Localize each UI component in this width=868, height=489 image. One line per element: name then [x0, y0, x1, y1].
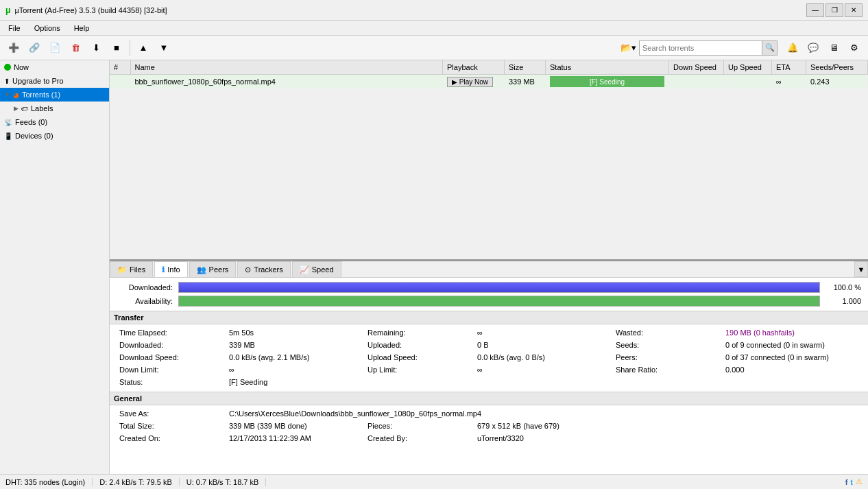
torrent-status: [F] Seeding [546, 75, 669, 89]
statusbar-dspeed: D: 2.4 kB/s T: 79.5 kB [93, 478, 180, 486]
col-header-seeds[interactable]: Seeds/Peers [806, 60, 868, 75]
add-magnet-button[interactable]: 🔗 [25, 39, 44, 57]
facebook-icon[interactable]: f [845, 478, 848, 486]
pieces-label: Pieces: [365, 420, 474, 431]
save-as-label: Save As: [117, 408, 226, 419]
save-as-value: C:\Users\XercesBlue\Downloads\bbb_sunflo… [226, 408, 861, 419]
bottom-panel: 📁 Files ℹ Info 👥 Peers ⊙ Trackers 📈 [110, 261, 868, 474]
col-header-size[interactable]: Size [505, 60, 546, 75]
tab-scroll-arrow[interactable]: ▼ [854, 261, 868, 277]
sidebar-item-feeds-label: Feeds (0) [15, 118, 47, 126]
warning-icon: ⚠ [856, 477, 863, 486]
tab-trackers[interactable]: ⊙ Trackers [237, 261, 290, 277]
sidebar-item-torrents-label: Torrents (1) [22, 91, 60, 99]
search-icon[interactable]: 🔍 [762, 40, 777, 56]
create-torrent-button[interactable]: 📄 [45, 39, 64, 57]
stop-button[interactable]: ■ [107, 39, 126, 57]
add-torrent-button[interactable]: ➕ [4, 39, 23, 57]
col-header-status[interactable]: Status [546, 60, 669, 75]
play-now-button[interactable]: ▶ Play Now [447, 77, 493, 87]
settings-button[interactable]: ⚙ [845, 39, 864, 57]
ul-limit-value: ∞ [474, 364, 613, 375]
sidebar-item-upgrade[interactable]: ⬆ Upgrade to Pro [0, 74, 109, 88]
tab-files[interactable]: 📁 Files [110, 261, 153, 277]
label-icon: 🏷 [21, 105, 28, 112]
speed-icon: 📈 [300, 265, 309, 274]
col-header-name[interactable]: Name [130, 60, 443, 75]
content-area: # Name Playback Size Status Down Speed U… [110, 60, 868, 474]
table-row[interactable]: bbb_sunflower_1080p_60fps_normal.mp4 ▶ P… [110, 75, 868, 89]
titlebar-left: µ µTorrent (Ad-Free) 3.5.3 (build 44358)… [5, 5, 167, 15]
dl-limit-label: Down Limit: [117, 364, 226, 375]
col-header-upspeed[interactable]: Up Speed [724, 60, 772, 75]
minimize-button[interactable]: — [806, 3, 824, 17]
titlebar: µ µTorrent (Ad-Free) 3.5.3 (build 44358)… [0, 0, 868, 21]
sidebar-item-now[interactable]: Now [0, 60, 109, 74]
trackers-icon: ⊙ [245, 265, 251, 274]
tab-speed[interactable]: 📈 Speed [292, 261, 341, 277]
tab-info[interactable]: ℹ Info [154, 261, 187, 277]
statusbar-icons: f t ⚠ [845, 477, 863, 486]
created-by-label: Created By: [365, 433, 474, 444]
wasted-label: Wasted: [613, 327, 723, 338]
tab-info-label: Info [167, 265, 180, 274]
menu-help[interactable]: Help [69, 23, 95, 34]
downloaded2-value: 339 MB [226, 339, 365, 350]
statusbar: DHT: 335 nodes (Login) D: 2.4 kB/s T: 79… [0, 474, 868, 489]
sidebar-item-torrents[interactable]: ▼ ◕ Torrents (1) [0, 88, 109, 102]
remote-button[interactable]: 🖥 [824, 39, 843, 57]
created-by-value: uTorrent/3320 [474, 433, 613, 444]
menu-options[interactable]: Options [29, 23, 66, 34]
chat-button[interactable]: 💬 [804, 39, 823, 57]
table-header-row: # Name Playback Size Status Down Speed U… [110, 60, 868, 75]
move-up-button[interactable]: ▲ [134, 39, 153, 57]
share-ratio-label: Share Ratio: [613, 364, 723, 375]
download-button[interactable]: ⬇ [86, 39, 106, 57]
remove-torrent-button[interactable]: 🗑 [66, 39, 85, 57]
col-header-num[interactable]: # [110, 60, 130, 75]
peers-icon: 👥 [197, 265, 206, 274]
share-ratio-value: 0.000 [723, 364, 861, 375]
tab-peers[interactable]: 👥 Peers [189, 261, 237, 277]
pieces-value: 679 x 512 kB (have 679) [474, 420, 613, 431]
downloaded-progress-bar [178, 282, 820, 293]
torrent-playback[interactable]: ▶ Play Now [443, 75, 505, 89]
devices-icon: 📱 [4, 132, 12, 140]
notifications-button[interactable]: 🔔 [783, 39, 802, 57]
move-down-button[interactable]: ▼ [154, 39, 173, 57]
col-header-playback[interactable]: Playback [443, 60, 505, 75]
torrent-icon: ◕ [13, 91, 19, 99]
folder-dropdown-button[interactable]: 📂▾ [617, 39, 639, 57]
sidebar-item-devices-label: Devices (0) [15, 132, 53, 140]
titlebar-title: µTorrent (Ad-Free) 3.5.3 (build 44358) [… [15, 6, 167, 14]
app-icon: µ [5, 5, 11, 15]
availability-progress-row: Availability: 1.000 [117, 296, 861, 307]
status-value: [F] Seeding [226, 377, 365, 387]
torrent-downspeed [669, 75, 724, 89]
sidebar-item-labels-label: Labels [31, 104, 53, 112]
dl-limit-value: ∞ [226, 364, 365, 375]
menu-file[interactable]: File [3, 23, 26, 34]
peers-label: Peers: [613, 352, 723, 363]
status-label: Status: [117, 377, 226, 387]
feeds-icon: 📡 [4, 119, 12, 126]
maximize-button[interactable]: ❐ [825, 3, 843, 17]
titlebar-controls: — ❐ ✕ [806, 3, 863, 17]
peers-value: 0 of 37 connected (0 in swarm) [723, 352, 861, 363]
col-header-eta[interactable]: ETA [772, 60, 806, 75]
sidebar-item-feeds[interactable]: 📡 Feeds (0) [0, 115, 109, 129]
close-button[interactable]: ✕ [845, 3, 863, 17]
torrent-list[interactable]: # Name Playback Size Status Down Speed U… [110, 60, 868, 261]
col-header-downspeed[interactable]: Down Speed [669, 60, 724, 75]
seeds-label: Seeds: [613, 339, 723, 350]
search-input[interactable] [639, 40, 762, 56]
sidebar-item-labels[interactable]: ▶ 🏷 Labels [0, 102, 109, 115]
remaining-label: Remaining: [365, 327, 474, 338]
info-content: Downloaded: 100.0 % Availability: 1.000 … [110, 278, 868, 474]
expand-icon: ▼ [4, 91, 10, 98]
twitter-icon[interactable]: t [850, 478, 853, 486]
tab-trackers-label: Trackers [254, 265, 282, 274]
sidebar-item-upgrade-label: Upgrade to Pro [12, 77, 64, 85]
sidebar-item-devices[interactable]: 📱 Devices (0) [0, 129, 109, 143]
ul-speed-value: 0.0 kB/s (avg. 0 B/s) [474, 352, 613, 363]
